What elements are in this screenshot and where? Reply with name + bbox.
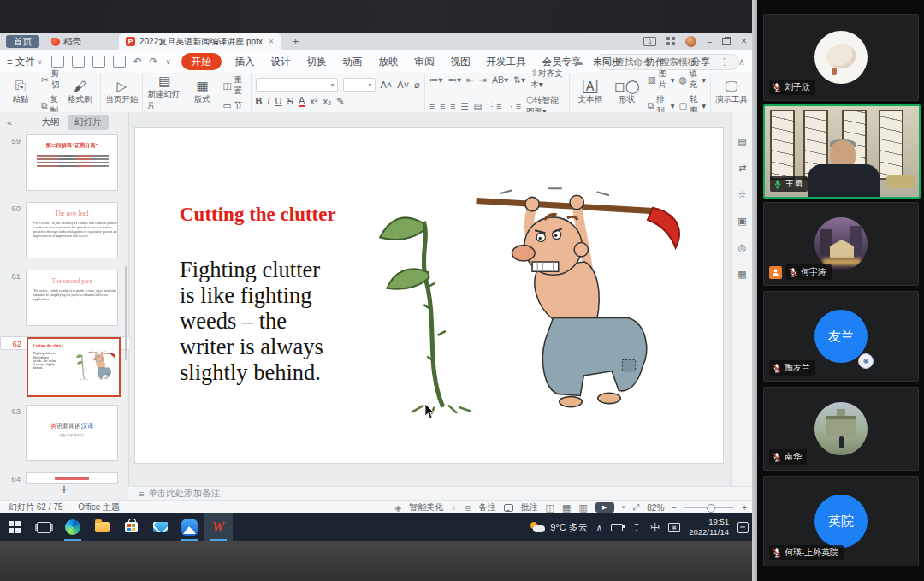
slide-canvas[interactable]: Cutting the clutter Fighting clutteris l… [135,128,723,463]
underline-button[interactable]: U [275,96,282,106]
present-tools-button[interactable]: 🖵︎ 演示工具 [715,80,748,105]
add-slide-button[interactable]: + [0,482,128,497]
align-right-button[interactable]: ≡ [450,101,455,111]
outline-tab[interactable]: 大纲 [41,116,59,128]
fit-slide-icon[interactable]: ⤢ [632,502,639,513]
align-center-button[interactable]: ≡ [440,101,445,111]
paste-button[interactable]: ⎘ 粘贴 [4,80,37,105]
new-slide-button[interactable]: ▤ 新建幻灯片 [147,74,181,111]
menu-item-view[interactable]: 视图 [451,56,471,68]
edge-icon[interactable] [58,513,87,541]
cut-button[interactable]: ✂剪切 [41,68,59,91]
export-icon[interactable] [72,56,85,68]
file-explorer-icon[interactable] [87,513,116,541]
document-tab[interactable]: P 2022复旦英语新闻编译讲座.pptx × [119,33,281,50]
save-icon[interactable] [51,56,64,68]
spacing-2-button[interactable]: ⋮≡ [506,101,521,111]
share-button[interactable]: 分享 [691,56,710,68]
highlight-button[interactable]: ✎ [336,96,344,107]
align-left-button[interactable]: ≡ [429,101,435,111]
shrink-font-icon[interactable]: A˅ [397,80,409,90]
layout-button[interactable]: ▦ 版式 [187,80,219,105]
docer-tab[interactable]: 稻壳 [51,36,81,48]
notes-toggle[interactable]: 备注 [479,501,496,513]
close-tab-icon[interactable]: × [269,37,274,46]
menu-item-slideshow[interactable]: 放映 [379,56,399,68]
user-avatar[interactable] [685,36,696,47]
action-center-icon[interactable] [737,522,749,533]
grow-font-icon[interactable]: A˄ [381,80,393,90]
slides-tab[interactable]: 幻灯片 [68,115,109,130]
slide-body-text[interactable]: Fighting clutteris like fightingweeds – … [180,257,323,385]
properties-icon[interactable]: ▤ [737,136,746,147]
menu-item-transition[interactable]: 切换 [307,56,327,68]
zoom-slider-knob[interactable] [707,504,715,513]
theme-name[interactable]: Office 主题 [78,501,120,513]
presentation-view-icon[interactable]: 1 [643,37,656,46]
section-button[interactable]: ▭节 [223,100,246,111]
notes-bar[interactable]: ≡ 单击此处添加备注 [128,486,752,501]
text-direction-button[interactable]: AB▾ [492,74,508,85]
collapse-ribbon-icon[interactable]: ∧ [738,56,745,68]
microsoft-store-icon[interactable] [116,513,145,541]
slide-title[interactable]: Cutting the clutter [180,204,336,226]
minimize-button[interactable]: – [707,37,712,46]
comments-button[interactable]: 批注 [521,501,538,513]
participant-tile[interactable]: 南华 [763,387,919,471]
line-spacing-button[interactable]: ⇅▾ [513,74,525,85]
font-color-button[interactable]: A [299,95,305,107]
clear-format-icon[interactable]: ⌀ [414,80,420,91]
strikethrough-button[interactable]: S [287,96,293,106]
more-options-icon[interactable]: ⋮ [720,56,729,68]
clipboard-panel-icon[interactable]: ▣ [737,216,746,227]
increase-indent-button[interactable]: ⇥ [479,74,487,85]
superscript-button[interactable]: x² [310,96,317,106]
sync-status[interactable]: 未同步 [593,56,621,68]
transition-icon[interactable]: ⇄ [738,163,746,174]
tray-expand-icon[interactable]: ∧ [596,523,602,532]
play-from-current-button[interactable]: ▷ 当页开始 [105,80,138,105]
participant-tile-active-speaker[interactable]: 王勇 [763,104,921,199]
thumbnail-scrollbar[interactable] [125,266,127,360]
undo-icon[interactable]: ↶ [133,56,142,68]
ime-indicator[interactable]: 中 [650,521,660,534]
meeting-app-icon[interactable] [175,513,204,541]
participant-tile[interactable]: 何宇涛 [763,202,919,286]
normal-view-icon[interactable]: ◫ [546,502,554,513]
workspace-grid-icon[interactable] [666,37,675,45]
file-menu[interactable]: ≡ 文件 ∨ [7,56,43,68]
mail-icon[interactable] [145,513,175,541]
slide-sorter-view-icon[interactable]: ▦ [562,502,571,513]
distribute-button[interactable]: ▤ [474,101,483,111]
subscript-button[interactable]: x₂ [323,96,331,106]
collaborate-button[interactable]: 协作 [646,56,665,68]
bullets-button[interactable]: ≔▾ [429,74,443,85]
slide-cartoon-illustration[interactable] [373,187,688,414]
picture-button[interactable]: ▨图片▾ [648,68,675,91]
toolbar-more-icon[interactable]: ∨ [166,58,171,66]
text-box-button[interactable]: 🄰︎ 文本框 [574,80,607,105]
menu-item-design[interactable]: 设计 [271,56,291,68]
restore-button[interactable] [722,38,731,45]
font-select[interactable]: ▾ [256,78,338,92]
start-button[interactable] [0,513,29,541]
home-tab-button[interactable]: 首页 [6,35,39,48]
decrease-indent-button[interactable]: ⇤ [466,74,474,85]
bold-button[interactable]: B [256,96,263,106]
slideshow-button[interactable]: ▶ [595,502,614,513]
print-icon[interactable] [92,56,105,68]
battery-icon[interactable] [611,524,623,531]
beautify-button[interactable]: 智能美化 [409,501,443,513]
italic-button[interactable]: I [268,96,270,106]
weather-widget[interactable]: 9°C 多云 [530,521,588,534]
close-button[interactable]: × [741,35,747,47]
menu-item-review[interactable]: 审阅 [415,56,435,68]
participant-tile[interactable]: 刘子欣 [763,14,919,101]
touch-keyboard-icon[interactable]: ▦ [668,523,680,532]
format-painter-button[interactable]: 🖌︎ 格式刷 [63,80,96,105]
menu-item-start[interactable]: 开始 [181,53,222,70]
menu-item-animation[interactable]: 动画 [343,56,363,68]
favorites-icon[interactable]: ☆ [738,189,747,200]
spacing-1-button[interactable]: ⋮≡ [488,101,502,111]
task-view-button[interactable] [29,513,58,541]
